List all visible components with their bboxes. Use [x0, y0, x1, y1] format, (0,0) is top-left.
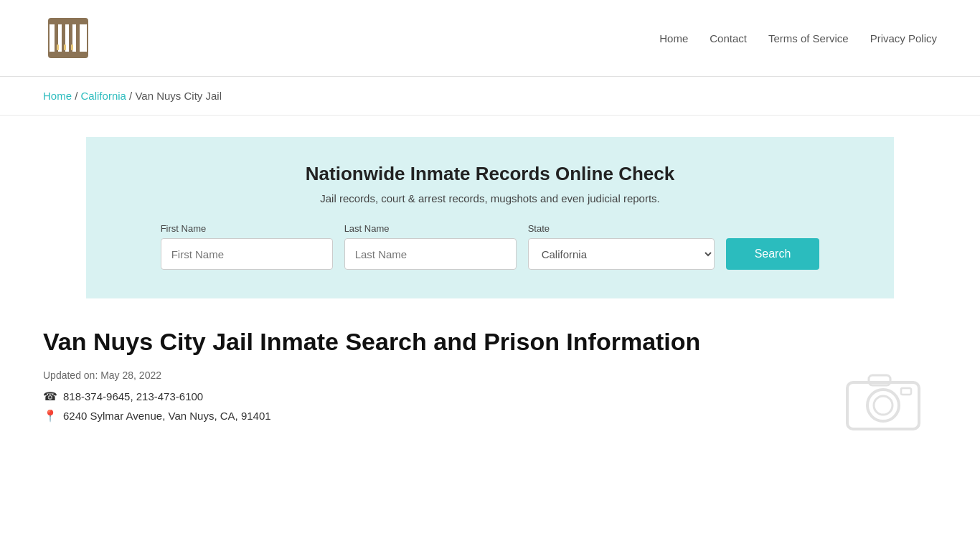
breadcrumb-jail: Van Nuys City Jail: [135, 90, 222, 102]
svg-rect-2: [49, 52, 88, 57]
nav-home[interactable]: Home: [659, 32, 688, 44]
phone-icon: ☎: [43, 390, 57, 403]
svg-rect-9: [71, 44, 73, 50]
svg-rect-8: [64, 44, 66, 50]
search-banner: Nationwide Inmate Records Online Check J…: [86, 137, 894, 298]
svg-rect-1: [49, 19, 88, 24]
location-icon: 📍: [43, 409, 57, 423]
breadcrumb: Home / California / Van Nuys City Jail: [0, 77, 980, 116]
nav-contact[interactable]: Contact: [710, 32, 747, 44]
state-label: State: [528, 223, 715, 234]
logo-icon: [43, 13, 93, 63]
site-header: Home Contact Terms of Service Privacy Po…: [0, 0, 980, 77]
svg-rect-14: [901, 388, 911, 395]
address-text: 6240 Sylmar Avenue, Van Nuys, CA, 91401: [63, 410, 271, 422]
search-button[interactable]: Search: [726, 238, 820, 270]
phone-line: ☎ 818-374-9645, 213-473-6100: [43, 390, 937, 403]
main-content: Van Nuys City Jail Inmate Search and Pri…: [0, 298, 980, 457]
phone-number: 818-374-9645, 213-473-6100: [63, 390, 203, 402]
nav-terms[interactable]: Terms of Service: [768, 32, 849, 44]
main-nav: Home Contact Terms of Service Privacy Po…: [659, 32, 937, 44]
svg-rect-6: [76, 24, 80, 52]
last-name-input[interactable]: [344, 238, 517, 270]
first-name-group: First Name: [161, 223, 333, 270]
first-name-input[interactable]: [161, 238, 333, 270]
first-name-label: First Name: [161, 223, 333, 234]
page-title: Van Nuys City Jail Inmate Search and Pri…: [43, 327, 937, 357]
nav-privacy[interactable]: Privacy Policy: [870, 32, 937, 44]
camera-icon: [844, 368, 923, 433]
state-group: State California Alabama Alaska Arizona …: [528, 223, 715, 270]
breadcrumb-state[interactable]: California: [81, 90, 126, 102]
updated-date: Updated on: May 28, 2022: [43, 369, 937, 381]
logo[interactable]: [43, 13, 93, 63]
state-select[interactable]: California Alabama Alaska Arizona Arkans…: [528, 238, 715, 270]
banner-title: Nationwide Inmate Records Online Check: [129, 163, 851, 185]
svg-point-11: [867, 390, 899, 421]
svg-point-12: [874, 396, 892, 415]
last-name-group: Last Name: [344, 223, 517, 270]
camera-placeholder: [844, 368, 923, 435]
breadcrumb-home[interactable]: Home: [43, 90, 72, 102]
last-name-label: Last Name: [344, 223, 517, 234]
banner-subtitle: Jail records, court & arrest records, mu…: [129, 192, 851, 204]
search-form: First Name Last Name State California Al…: [129, 223, 851, 270]
address-line: 📍 6240 Sylmar Avenue, Van Nuys, CA, 9140…: [43, 409, 937, 423]
svg-rect-7: [57, 44, 59, 50]
